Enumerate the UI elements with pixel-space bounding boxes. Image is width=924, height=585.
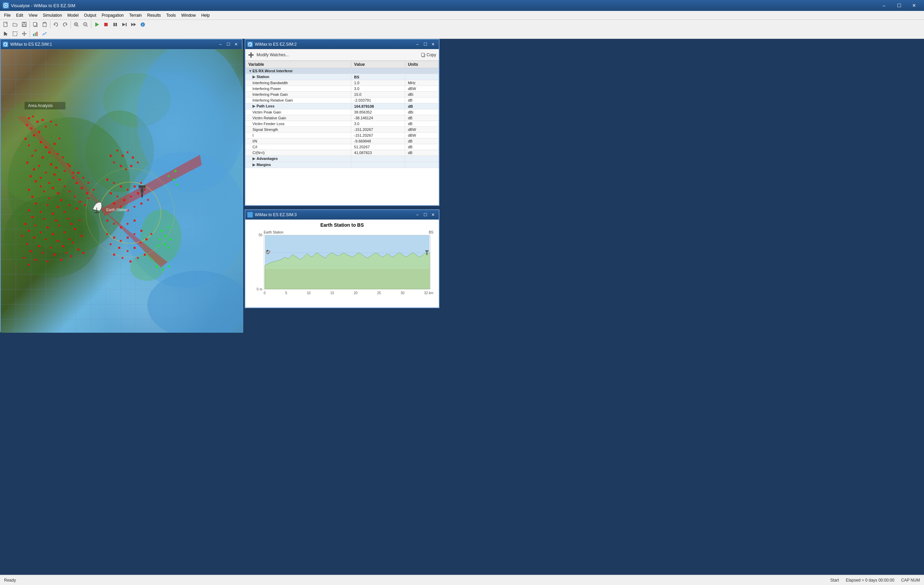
- menu-results[interactable]: Results: [144, 11, 163, 20]
- map-window-controls: – ☐ ✕: [217, 41, 240, 48]
- cell-variable: Interfering Bandwidth: [246, 80, 351, 86]
- cell-variable: ▶Advantages: [246, 156, 351, 162]
- menu-output[interactable]: Output: [81, 11, 99, 20]
- svg-marker-31: [26, 33, 26, 35]
- cell-variable: C/(N+I): [246, 150, 351, 156]
- toolbar-play[interactable]: [92, 20, 101, 29]
- menu-window[interactable]: Window: [178, 11, 199, 20]
- toolbar-pause[interactable]: [111, 20, 120, 29]
- toolbar-analyze[interactable]: [31, 30, 40, 38]
- cell-value: 41.087823: [351, 150, 405, 156]
- chart-maximize-button[interactable]: ☐: [421, 212, 429, 218]
- table-row: Victim Peak Gain38.856352dBi: [246, 109, 439, 115]
- toolbar-cursor[interactable]: [2, 30, 10, 38]
- add-watch-button[interactable]: ➕: [248, 52, 254, 58]
- toolbar-stop[interactable]: [102, 20, 111, 29]
- cell-variable: Victim Peak Gain: [246, 109, 351, 115]
- menu-simulation[interactable]: Simulation: [40, 11, 65, 20]
- toolbar-undo[interactable]: [51, 20, 60, 29]
- title-bar: Visualyse - WiMax to ES EZ.SIM – ☐ ✕: [0, 0, 924, 11]
- window-controls: – ☐ ✕: [877, 0, 921, 11]
- toolbar-step-forward[interactable]: [120, 20, 129, 29]
- menu-edit[interactable]: Edit: [13, 11, 26, 20]
- cell-value: BS: [351, 74, 405, 80]
- status-right: Start Elapsed = 0 days 00:00:00 CAP NUM: [830, 578, 920, 583]
- minimize-button[interactable]: –: [877, 0, 891, 11]
- cell-units: dB: [405, 150, 439, 156]
- svg-rect-33: [35, 33, 36, 36]
- cell-variable: I/N: [246, 139, 351, 144]
- right-station-label: BS: [429, 230, 433, 234]
- menu-terrain[interactable]: Terrain: [126, 11, 144, 20]
- map-close-button[interactable]: ✕: [233, 41, 240, 48]
- maximize-button[interactable]: ☐: [892, 0, 906, 11]
- table-body: ▼ES RX.Worst Interferer▶StationBSInterfe…: [246, 68, 439, 168]
- y-label-0: 0 m: [257, 288, 262, 291]
- cell-value: -38.146124: [351, 115, 405, 121]
- toolbar-open[interactable]: [11, 20, 20, 29]
- toolbar-chart[interactable]: [40, 30, 49, 38]
- toolbar-select[interactable]: [11, 30, 20, 38]
- expand-arrow-icon[interactable]: ▼: [248, 69, 252, 73]
- table-row: Victim Relative Gain-38.146124dB: [246, 115, 439, 121]
- cell-value: -9.669848: [351, 139, 405, 144]
- toolbar-new[interactable]: [2, 20, 10, 29]
- x-label-5: 5: [285, 291, 287, 295]
- cell-value: 3.0: [351, 86, 405, 92]
- toolbar-copy[interactable]: [31, 20, 40, 29]
- expand-arrow-icon[interactable]: ▶: [252, 163, 257, 167]
- terrain-profile-chart: [264, 235, 431, 289]
- toolbar-fast-forward[interactable]: [129, 20, 138, 29]
- y-label-50: 50: [259, 233, 262, 237]
- copy-button[interactable]: Copy: [421, 53, 436, 57]
- toolbar-redo[interactable]: [61, 20, 69, 29]
- close-button[interactable]: ✕: [907, 0, 921, 11]
- svg-line-10: [78, 26, 78, 26]
- status-start: Start: [830, 578, 839, 583]
- toolbar-separator-5: [30, 30, 30, 38]
- toolbar-zoom-in[interactable]: [72, 20, 81, 29]
- map-maximize-button[interactable]: ☐: [224, 41, 232, 48]
- map-window: WiMax to ES EZ.SIM:1 – ☐ ✕: [0, 39, 243, 332]
- toolbar-separator-1: [30, 21, 30, 28]
- map-canvas[interactable]: Earth Station Area Analysis: [1, 49, 243, 333]
- panel-maximize-button[interactable]: ☐: [421, 41, 429, 48]
- panel-minimize-button[interactable]: –: [414, 41, 421, 48]
- toolbar-paste[interactable]: [40, 20, 49, 29]
- svg-marker-26: [4, 32, 8, 36]
- table-row: Interfering Power3.0dBW: [246, 86, 439, 92]
- app-icon: [3, 2, 9, 8]
- toolbar-save[interactable]: [20, 20, 29, 29]
- expand-arrow-icon[interactable]: ▶: [252, 157, 257, 161]
- menu-file[interactable]: File: [2, 11, 13, 20]
- data-panel-scroll[interactable]: Variable Value Units ▼ES RX.Worst Interf…: [245, 61, 439, 207]
- map-minimize-button[interactable]: –: [217, 41, 224, 48]
- menu-propagation[interactable]: Propagation: [99, 11, 127, 20]
- cell-units: dB: [405, 103, 439, 109]
- menu-view[interactable]: View: [26, 11, 40, 20]
- panel-close-button[interactable]: ✕: [429, 41, 437, 48]
- cell-units: dB: [405, 121, 439, 127]
- col-value: Value: [351, 61, 405, 68]
- toolbar-info[interactable]: i: [138, 20, 147, 29]
- menu-model[interactable]: Model: [65, 11, 81, 20]
- table-row: I-151.20267dBW: [246, 132, 439, 139]
- chart-minimize-button[interactable]: –: [414, 212, 421, 218]
- toolbar-pan[interactable]: [20, 30, 29, 38]
- expand-arrow-icon[interactable]: ▶: [252, 104, 257, 108]
- svg-rect-6: [33, 23, 36, 26]
- cell-value: 1.0: [351, 80, 405, 86]
- toolbar: i: [0, 20, 924, 39]
- cell-value: [351, 68, 405, 74]
- left-station-label: Earth Station: [264, 230, 284, 234]
- toolbar-zoom-out[interactable]: [81, 20, 90, 29]
- expand-arrow-icon[interactable]: ▶: [252, 74, 257, 79]
- x-label-15: 15: [330, 291, 334, 295]
- menu-help[interactable]: Help: [199, 11, 213, 20]
- svg-marker-22: [131, 23, 134, 26]
- toolbar-separator-4: [91, 21, 91, 28]
- menu-tools[interactable]: Tools: [163, 11, 178, 20]
- modify-watches-label[interactable]: Modify Watches...: [257, 53, 289, 57]
- svg-rect-17: [104, 23, 108, 26]
- chart-close-button[interactable]: ✕: [429, 212, 437, 218]
